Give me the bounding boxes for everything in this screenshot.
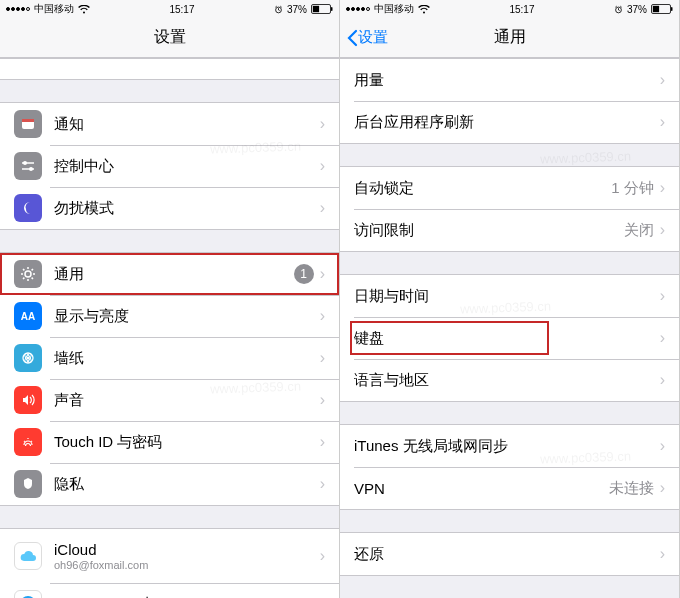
svg-rect-17 <box>671 7 673 11</box>
row-label: 墙纸 <box>54 349 320 368</box>
row-usage[interactable]: 用量 › <box>340 59 679 101</box>
alarm-icon <box>614 5 623 14</box>
row-label: 访问限制 <box>354 221 624 240</box>
notifications-icon <box>14 110 42 138</box>
chevron-right-icon: › <box>660 71 665 89</box>
row-label: Touch ID 与密码 <box>54 433 320 452</box>
row-label: 通知 <box>54 115 320 134</box>
row-label: 声音 <box>54 391 320 410</box>
row-label: 日期与时间 <box>354 287 660 306</box>
row-detail: 1 分钟 <box>611 179 654 198</box>
back-button[interactable]: 设置 <box>346 28 388 47</box>
row-icloud[interactable]: iCloud oh96@foxmail.com › <box>0 529 339 583</box>
row-display[interactable]: AA 显示与亮度 › <box>0 295 339 337</box>
chevron-right-icon: › <box>320 115 325 133</box>
icloud-icon <box>14 542 42 570</box>
row-touchid[interactable]: Touch ID 与密码 › <box>0 421 339 463</box>
svg-rect-5 <box>22 119 34 122</box>
chevron-right-icon: › <box>660 287 665 305</box>
row-label: 语言与地区 <box>354 371 660 390</box>
nav-bar: 设置 通用 <box>340 18 679 58</box>
row-label: 勿扰模式 <box>54 199 320 218</box>
row-sublabel: oh96@foxmail.com <box>54 559 148 571</box>
row-label: 通用 <box>54 265 294 284</box>
nav-title: 通用 <box>494 27 526 48</box>
row-itunes[interactable]: iTunes Store 与 App Store › <box>0 583 339 598</box>
status-time: 15:17 <box>509 4 534 15</box>
appstore-icon <box>14 590 42 598</box>
chevron-right-icon: › <box>320 157 325 175</box>
row-datetime[interactable]: 日期与时间 › <box>340 275 679 317</box>
row-reset[interactable]: 还原 › <box>340 533 679 575</box>
row-label: 自动锁定 <box>354 179 611 198</box>
status-bar: 中国移动 15:17 37% <box>0 0 339 18</box>
chevron-right-icon: › <box>320 307 325 325</box>
row-itunes-wifi[interactable]: iTunes 无线局域网同步 › <box>340 425 679 467</box>
row-keyboard[interactable]: 键盘 › <box>340 317 679 359</box>
status-bar: 中国移动 15:17 37% <box>340 0 679 18</box>
row-wallpaper[interactable]: 墙纸 › <box>0 337 339 379</box>
gear-icon <box>14 260 42 288</box>
alarm-icon <box>274 5 283 14</box>
row-label: iTunes 无线局域网同步 <box>354 437 660 456</box>
row-privacy[interactable]: 隐私 › <box>0 463 339 505</box>
svg-rect-16 <box>653 6 659 12</box>
row-detail: 未连接 <box>609 479 654 498</box>
row-label: iTunes Store 与 App Store <box>54 595 320 599</box>
row-notifications[interactable]: 通知 › <box>0 103 339 145</box>
chevron-right-icon: › <box>660 371 665 389</box>
row-control-center[interactable]: 控制中心 › <box>0 145 339 187</box>
svg-point-8 <box>25 271 31 277</box>
row-label: iCloud <box>54 541 148 558</box>
row-label: 键盘 <box>354 329 660 348</box>
chevron-right-icon: › <box>320 265 325 283</box>
row-general[interactable]: 通用 1 › <box>0 253 339 295</box>
svg-rect-3 <box>331 7 333 11</box>
signal-dots-icon <box>6 7 30 11</box>
chevron-left-icon <box>346 29 358 47</box>
row-language[interactable]: 语言与地区 › <box>340 359 679 401</box>
status-time: 15:17 <box>169 4 194 15</box>
row-vpn[interactable]: VPN 未连接 › <box>340 467 679 509</box>
general-screen: 中国移动 15:17 37% 设置 通用 用量 › <box>340 0 680 598</box>
row-label: 隐私 <box>54 475 320 494</box>
moon-icon <box>14 194 42 222</box>
chevron-right-icon: › <box>660 221 665 239</box>
chevron-right-icon: › <box>660 179 665 197</box>
wifi-icon <box>78 5 90 14</box>
chevron-right-icon: › <box>320 349 325 367</box>
wallpaper-icon <box>14 344 42 372</box>
chevron-right-icon: › <box>320 475 325 493</box>
signal-dots-icon <box>346 7 370 11</box>
fingerprint-icon <box>14 428 42 456</box>
carrier-label: 中国移动 <box>34 2 74 16</box>
svg-point-10 <box>27 357 30 360</box>
battery-pct: 37% <box>287 4 307 15</box>
chevron-right-icon: › <box>320 199 325 217</box>
row-sound[interactable]: 声音 › <box>0 379 339 421</box>
row-label: 用量 <box>354 71 660 90</box>
nav-bar: 设置 <box>0 18 339 58</box>
chevron-right-icon: › <box>660 545 665 563</box>
battery-pct: 37% <box>627 4 647 15</box>
row-label: 控制中心 <box>54 157 320 176</box>
battery-icon <box>651 4 673 14</box>
row-autolock[interactable]: 自动锁定 1 分钟 › <box>340 167 679 209</box>
carrier-label: 中国移动 <box>374 2 414 16</box>
row-dnd[interactable]: 勿扰模式 › <box>0 187 339 229</box>
svg-rect-2 <box>313 6 319 12</box>
battery-icon <box>311 4 333 14</box>
row-bg-refresh[interactable]: 后台应用程序刷新 › <box>340 101 679 143</box>
row-label: 还原 <box>354 545 660 564</box>
sound-icon <box>14 386 42 414</box>
back-label: 设置 <box>358 28 388 47</box>
row-label: 显示与亮度 <box>54 307 320 326</box>
row-restrictions[interactable]: 访问限制 关闭 › <box>340 209 679 251</box>
chevron-right-icon: › <box>660 113 665 131</box>
row-detail: 关闭 <box>624 221 654 240</box>
row-label: 后台应用程序刷新 <box>354 113 660 132</box>
privacy-icon <box>14 470 42 498</box>
chevron-right-icon: › <box>660 437 665 455</box>
chevron-right-icon: › <box>320 433 325 451</box>
chevron-right-icon: › <box>660 479 665 497</box>
